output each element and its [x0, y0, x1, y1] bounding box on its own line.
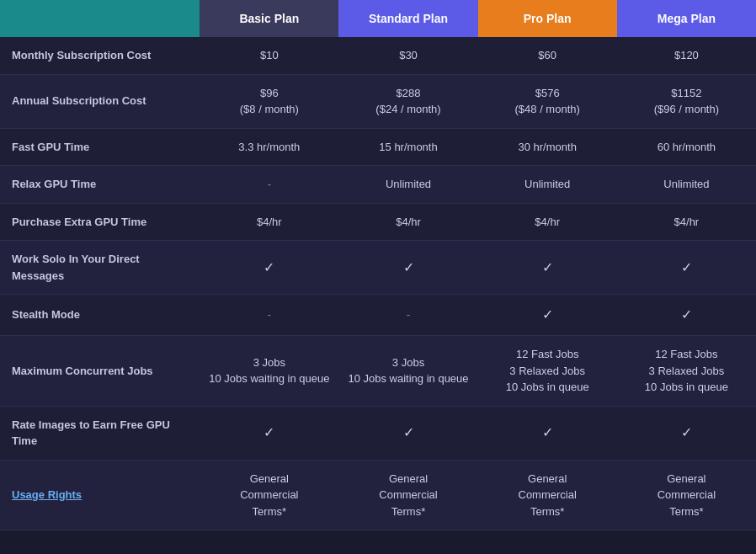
basic-plan-header: Basic Plan [200, 0, 338, 37]
mega-cell: ✓ [617, 406, 756, 460]
basic-cell: ✓ [200, 406, 338, 460]
mega-cell: GeneralCommercialTerms* [617, 460, 756, 530]
table-row: Monthly Subscription Cost$10$30$60$120 [0, 37, 756, 74]
mega-cell: 60 hr/month [617, 128, 756, 166]
dash-icon: - [268, 308, 271, 321]
standard-cell: GeneralCommercialTerms* [338, 460, 477, 530]
table-row: Fast GPU Time3.3 hr/month15 hr/month30 h… [0, 128, 756, 166]
mega-cell: ✓ [617, 295, 756, 336]
standard-cell: Unlimited [338, 166, 477, 204]
checkmark-icon: ✓ [542, 425, 553, 439]
pro-cell: GeneralCommercialTerms* [478, 460, 617, 530]
feature-cell: Maximum Concurrent Jobs [0, 336, 200, 407]
pricing-table: Basic Plan Standard Plan Pro Plan Mega P… [0, 0, 756, 530]
basic-cell: - [200, 166, 338, 204]
standard-cell: 3 Jobs10 Jobs waiting in queue [338, 336, 477, 407]
pro-cell: $60 [478, 37, 617, 74]
pro-cell: $576($48 / month) [478, 74, 617, 128]
checkmark-icon: ✓ [403, 425, 414, 439]
mega-cell: $120 [617, 37, 756, 74]
basic-cell: ✓ [200, 241, 338, 295]
checkmark-icon: ✓ [403, 260, 414, 274]
table-row: Annual Subscription Cost$96($8 / month)$… [0, 74, 756, 128]
mega-cell: $1152($96 / month) [617, 74, 756, 128]
pro-cell: 30 hr/month [478, 128, 617, 166]
checkmark-icon: ✓ [681, 260, 692, 274]
standard-cell: - [338, 295, 477, 336]
basic-cell: GeneralCommercialTerms* [200, 460, 338, 530]
table-header: Basic Plan Standard Plan Pro Plan Mega P… [0, 0, 756, 37]
feature-cell: Rate Images to Earn Free GPU Time [0, 406, 200, 460]
mega-cell: ✓ [617, 241, 756, 295]
table-row: Usage RightsGeneralCommercialTerms*Gener… [0, 460, 756, 530]
basic-cell: $96($8 / month) [200, 74, 338, 128]
mega-cell: 12 Fast Jobs3 Relaxed Jobs10 Jobs in que… [617, 336, 756, 407]
standard-cell: 15 hr/month [338, 128, 477, 166]
standard-cell: ✓ [338, 406, 477, 460]
feature-cell: Annual Subscription Cost [0, 74, 200, 128]
mega-cell: $4/hr [617, 203, 756, 241]
standard-cell: $30 [338, 37, 477, 74]
table-row: Maximum Concurrent Jobs3 Jobs10 Jobs wai… [0, 336, 756, 407]
pro-cell: ✓ [478, 406, 617, 460]
dash-icon: - [268, 178, 271, 190]
pro-cell: ✓ [478, 241, 617, 295]
basic-cell: $10 [200, 37, 338, 74]
pro-cell: $4/hr [478, 203, 617, 241]
feature-cell: Stealth Mode [0, 295, 200, 336]
feature-cell: Monthly Subscription Cost [0, 37, 200, 74]
header-row: Basic Plan Standard Plan Pro Plan Mega P… [0, 0, 756, 37]
feature-cell: Relax GPU Time [0, 166, 200, 204]
basic-cell: 3 Jobs10 Jobs waiting in queue [200, 336, 338, 407]
standard-plan-header: Standard Plan [338, 0, 477, 37]
checkmark-icon: ✓ [264, 425, 274, 439]
checkmark-icon: ✓ [542, 260, 553, 274]
standard-cell: $288($24 / month) [338, 74, 477, 128]
feature-header [0, 0, 200, 37]
table-row: Purchase Extra GPU Time$4/hr$4/hr$4/hr$4… [0, 203, 756, 241]
checkmark-icon: ✓ [681, 307, 692, 322]
feature-cell: Purchase Extra GPU Time [0, 203, 200, 241]
table-row: Relax GPU Time-UnlimitedUnlimitedUnlimit… [0, 166, 756, 204]
pro-plan-header: Pro Plan [478, 0, 617, 37]
feature-cell: Work Solo In Your Direct Messages [0, 241, 200, 295]
feature-cell: Fast GPU Time [0, 128, 200, 166]
standard-cell: ✓ [338, 241, 477, 295]
standard-cell: $4/hr [338, 203, 477, 241]
table-body: Monthly Subscription Cost$10$30$60$120An… [0, 37, 756, 530]
usage-rights-link[interactable]: Usage Rights [12, 488, 82, 501]
pricing-table-container: Basic Plan Standard Plan Pro Plan Mega P… [0, 0, 756, 530]
table-row: Stealth Mode--✓✓ [0, 295, 756, 336]
mega-plan-header: Mega Plan [617, 0, 756, 37]
table-row: Rate Images to Earn Free GPU Time✓✓✓✓ [0, 406, 756, 460]
pro-cell: ✓ [478, 295, 617, 336]
basic-cell: 3.3 hr/month [200, 128, 338, 166]
dash-icon: - [407, 308, 410, 321]
table-row: Work Solo In Your Direct Messages✓✓✓✓ [0, 241, 756, 295]
pro-cell: Unlimited [478, 166, 617, 204]
feature-cell[interactable]: Usage Rights [0, 460, 200, 530]
checkmark-icon: ✓ [681, 425, 692, 439]
checkmark-icon: ✓ [542, 307, 553, 322]
checkmark-icon: ✓ [264, 260, 274, 274]
basic-cell: - [200, 295, 338, 336]
basic-cell: $4/hr [200, 203, 338, 241]
mega-cell: Unlimited [617, 166, 756, 204]
pro-cell: 12 Fast Jobs3 Relaxed Jobs10 Jobs in que… [478, 336, 617, 407]
